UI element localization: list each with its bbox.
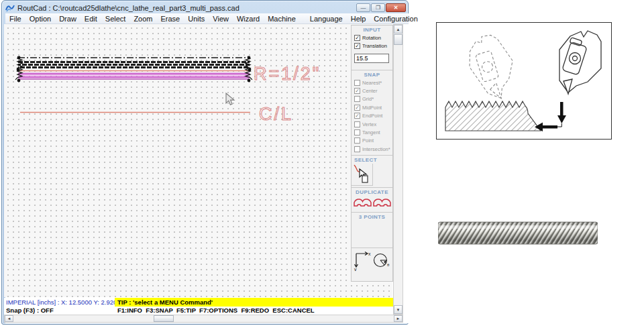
- menu-option[interactable]: Option: [25, 15, 55, 23]
- menu-configuration[interactable]: Configuration: [370, 15, 421, 23]
- units-coordinates-readout: IMPERIAL [inchs] : X: 12.5000 Y: 2.9200: [4, 298, 115, 307]
- menu-erase[interactable]: Erase: [157, 15, 184, 23]
- menu-help[interactable]: Help: [347, 15, 370, 23]
- feed-direction-arrows: [535, 102, 566, 131]
- snap-center-label: Center: [362, 88, 378, 94]
- horizontal-scrollbar-thumb[interactable]: [154, 315, 174, 322]
- input-value-field[interactable]: [354, 54, 389, 63]
- mouse-cursor-icon: [226, 93, 234, 105]
- duplicate-section-title: DUPLICATE: [352, 188, 392, 196]
- routcad-logo-icon: [5, 3, 15, 13]
- snap-grid[interactable]: Grid*: [352, 95, 392, 103]
- menu-view[interactable]: View: [209, 15, 233, 23]
- snap-vertex-box[interactable]: [354, 121, 360, 127]
- threaded-rod-image: [438, 220, 598, 247]
- statusbar-row1: IMPERIAL [inchs] : X: 12.5000 Y: 2.9200 …: [4, 298, 393, 307]
- vertical-scrollbar-thumb[interactable]: [394, 34, 402, 45]
- tool-solid-outline: [559, 31, 601, 94]
- function-keys-help: F1:INFO F3:SNAP F5:TIP F7:OPTIONS F9:RED…: [115, 307, 393, 315]
- snap-midpoint[interactable]: ✓ MidPoint: [352, 103, 392, 111]
- three-points-area[interactable]: [352, 221, 392, 246]
- select-tool-button[interactable]: [352, 164, 373, 186]
- menu-machine[interactable]: Machine: [264, 15, 300, 23]
- snap-midpoint-label: MidPoint: [362, 105, 382, 111]
- menu-file[interactable]: File: [5, 15, 25, 23]
- snap-endpoint-label: EndPoint: [362, 113, 382, 119]
- menu-units[interactable]: Units: [184, 15, 209, 23]
- scroll-left-button[interactable]: ◄: [5, 315, 13, 322]
- window-title: RoutCad : C:\routcad25dlathe\cnc_lathe_r…: [17, 4, 239, 12]
- svg-text:y: y: [354, 267, 357, 271]
- close-button[interactable]: ✕: [386, 3, 406, 12]
- snap-point-box[interactable]: [354, 138, 360, 144]
- snap-nearest[interactable]: Nearest*: [352, 78, 392, 87]
- snap-vertex[interactable]: Vertex: [352, 120, 392, 128]
- snap-nearest-label: Nearest*: [362, 80, 382, 86]
- radius-label: R=1/2": [254, 64, 321, 84]
- menu-draw[interactable]: Draw: [55, 15, 80, 23]
- maximize-button[interactable]: ❐: [371, 3, 385, 12]
- menu-wizard[interactable]: Wizard: [233, 15, 264, 23]
- snap-midpoint-box[interactable]: ✓: [354, 105, 360, 111]
- threaded-rod-photo: [438, 220, 598, 247]
- angle-circle-icon[interactable]: θ: [372, 251, 391, 271]
- rotation-label: Rotation: [362, 35, 381, 41]
- menu-zoom[interactable]: Zoom: [129, 15, 156, 23]
- menubar: File Option Draw Edit Select Zoom Erase …: [5, 13, 409, 24]
- part-thread-hatch: [18, 62, 250, 68]
- part-magenta-lines: [18, 74, 250, 79]
- snap-endpoint[interactable]: ✓ EndPoint: [352, 112, 392, 120]
- rotation-checkbox-box[interactable]: ✓: [354, 35, 360, 41]
- snap-endpoint-box[interactable]: ✓: [354, 113, 360, 119]
- menu-language[interactable]: Language: [306, 15, 347, 23]
- snap-nearest-box[interactable]: [354, 80, 360, 86]
- select-cursor-icon: [352, 164, 372, 184]
- menu-select[interactable]: Select: [101, 15, 130, 23]
- translation-checkbox[interactable]: ✓ Translation: [352, 42, 392, 50]
- statusbar-row2: Snap (F3) : OFF F1:INFO F3:SNAP F5:TIP F…: [4, 307, 393, 315]
- scroll-up-button[interactable]: ▲: [394, 25, 402, 34]
- snap-grid-box[interactable]: [354, 96, 360, 102]
- threading-diagram: [437, 23, 610, 138]
- drawing-canvas[interactable]: R=1/2" C/L: [4, 24, 392, 297]
- snap-grid-label: Grid*: [362, 96, 374, 102]
- input-section-title: INPUT: [352, 25, 392, 34]
- duplicate-shape-icon: [354, 197, 372, 208]
- svg-text:θ: θ: [387, 263, 390, 267]
- minimize-button[interactable]: —: [356, 3, 370, 12]
- threading-operation-figure: [436, 22, 612, 140]
- snap-section-title: SNAP: [352, 70, 392, 78]
- tip-message: TIP : 'select a MENU Command': [115, 298, 393, 307]
- snap-intersection-label: Intersection*: [362, 146, 390, 152]
- snap-tangent-label: Tangent: [362, 129, 380, 135]
- svg-text:x: x: [368, 252, 371, 256]
- centerline-label: C/L: [259, 104, 293, 124]
- scroll-right-button[interactable]: ►: [394, 315, 402, 322]
- snap-tangent[interactable]: Tangent: [352, 128, 392, 136]
- vertical-scrollbar[interactable]: ▲ ▼: [393, 24, 403, 315]
- titlebar[interactable]: RoutCad : C:\routcad25dlathe\cnc_lathe_r…: [5, 2, 407, 13]
- scroll-down-button[interactable]: ▼: [394, 305, 402, 314]
- snap-state-readout: Snap (F3) : OFF: [4, 307, 115, 315]
- three-points-section-title: 3 POINTS: [352, 213, 392, 221]
- cad-drawing: R=1/2" C/L: [4, 24, 392, 297]
- select-section-title: SELECT: [352, 156, 392, 164]
- threaded-workpiece: [445, 101, 541, 131]
- duplicate-tool-button[interactable]: [352, 196, 392, 211]
- snap-vertex-label: Vertex: [362, 121, 376, 127]
- menu-edit[interactable]: Edit: [80, 15, 101, 23]
- snap-tangent-box[interactable]: [354, 129, 360, 135]
- snap-point[interactable]: Point: [352, 137, 392, 145]
- tool-ghost-outline: [459, 30, 526, 103]
- snap-intersection[interactable]: Intersection*: [352, 145, 392, 153]
- orientation-widgets: x y θ: [352, 248, 392, 274]
- snap-center[interactable]: ✓ Center: [352, 87, 392, 95]
- tool-panel: INPUT ✓ Rotation ✓ Translation SNAP Near…: [351, 25, 393, 282]
- horizontal-scrollbar[interactable]: ◄ ►: [4, 315, 403, 323]
- snap-section: SNAP Nearest* ✓ Center Grid* ✓ MidPoint …: [352, 70, 392, 154]
- rotation-checkbox[interactable]: ✓ Rotation: [352, 34, 392, 42]
- translation-checkbox-box[interactable]: ✓: [354, 43, 360, 49]
- xy-axes-icon[interactable]: x y: [353, 251, 372, 271]
- snap-center-box[interactable]: ✓: [354, 88, 360, 94]
- snap-intersection-box[interactable]: [354, 146, 360, 152]
